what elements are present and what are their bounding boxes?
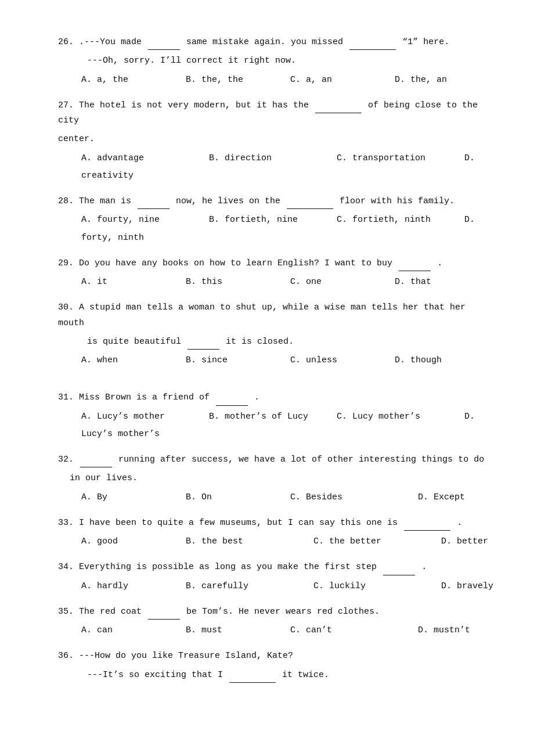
q31-options2: Lucy’s mother’s — [81, 427, 488, 442]
q30-blank — [187, 349, 219, 350]
q30-sub: is quite beautiful it is closed. — [87, 334, 488, 350]
question-33: 33. I have been to quite a few museums, … — [58, 516, 488, 550]
q34-text: 34. Everything is possible as long as yo… — [58, 560, 488, 575]
q33-option-b: B. the best — [186, 534, 313, 549]
q30-text: 30. A stupid man tells a woman to shut u… — [58, 300, 488, 331]
q33-option-d: D. better — [441, 534, 534, 549]
q27-option-a: A. advantage — [81, 151, 209, 166]
q31-text: 31. Miss Brown is a friend of . — [58, 390, 488, 405]
q28-blank1 — [138, 208, 169, 209]
q32-option-d: D. Except — [418, 490, 522, 505]
q33-option-a: A. good — [81, 534, 186, 549]
q34-blank — [383, 575, 415, 575]
q33-option-c: C. the better — [313, 534, 441, 549]
q32-blank — [80, 467, 112, 467]
q26-text: 26. .---You made same mistake again. you… — [58, 35, 488, 50]
q36-text: 36. ---How do you like Treasure Island, … — [58, 649, 488, 664]
q28-options: A. fourty, nine B. fortieth, nine C. for… — [81, 213, 488, 228]
q29-text: 29. Do you have any books on how to lear… — [58, 256, 488, 271]
q27-options2: creativity — [81, 168, 488, 183]
question-36: 36. ---How do you like Treasure Island, … — [58, 649, 488, 683]
q32-option-c: C. Besides — [290, 490, 418, 505]
q36-sub: ---It’s so exciting that I it twice. — [87, 668, 488, 683]
q34-options: A. hardly B. carefully C. luckily D. bra… — [81, 579, 488, 594]
question-35: 35. The red coat be Tom’s. He never wear… — [58, 604, 488, 639]
q33-options: A. good B. the best C. the better D. bet… — [81, 534, 488, 549]
q32-text: 32. running after success, we have a lot… — [58, 452, 488, 467]
q28-option-d: D. — [464, 213, 534, 228]
q26-sub: ---Oh, sorry. I’ll correct it right now. — [87, 53, 488, 69]
question-32: 32. running after success, we have a lot… — [58, 452, 488, 505]
q27-continuation: center. — [58, 132, 488, 147]
q27-options: A. advantage B. direction C. transportat… — [81, 151, 488, 166]
q35-option-b: B. must — [186, 623, 290, 638]
q34-option-b: B. carefully — [186, 579, 313, 594]
q35-blank — [148, 619, 180, 620]
q31-option-a: A. Lucy’s mother — [81, 409, 209, 424]
question-30: 30. A stupid man tells a woman to shut u… — [58, 300, 488, 368]
q26-option-c: C. a, an — [290, 73, 395, 88]
question-29: 29. Do you have any books on how to lear… — [58, 256, 488, 290]
q29-blank — [399, 271, 431, 271]
q29-option-d: D. that — [395, 275, 499, 290]
q31-options: A. Lucy’s mother B. mother’s of Lucy C. … — [81, 409, 488, 424]
q27-text: 27. The hotel is not very modern, but it… — [58, 98, 488, 129]
q31-option-d: D. — [464, 409, 534, 424]
q28-blank2 — [287, 208, 333, 209]
q33-blank — [404, 530, 450, 531]
question-26: 26. .---You made same mistake again. you… — [58, 35, 488, 88]
q30-option-b: B. since — [186, 353, 290, 368]
q35-option-c: C. can’t — [290, 623, 418, 638]
q27-option-c: C. transportation — [337, 151, 464, 166]
q31-blank — [216, 405, 248, 406]
q29-option-c: C. one — [290, 275, 395, 290]
q28-text: 28. The man is now, he lives on the floo… — [58, 194, 488, 209]
q29-option-a: A. it — [81, 275, 186, 290]
q31-lucys-mothers: Lucy’s mother’s — [81, 427, 160, 442]
q30-option-a: A. when — [81, 353, 186, 368]
q28-option-b: B. fortieth, nine — [209, 213, 337, 228]
q26-options: A. a, the B. the, the C. a, an D. the, a… — [81, 73, 488, 88]
q29-option-b: B. this — [186, 275, 290, 290]
q27-option-d: D. — [464, 151, 534, 166]
q26-blank1 — [148, 49, 180, 50]
q31-option-b: B. mother’s of Lucy — [209, 409, 337, 424]
q28-options2: forty, ninth — [81, 231, 488, 246]
q26-blank2 — [349, 49, 396, 50]
q28-option-c: C. fortieth, ninth — [337, 213, 464, 228]
question-31: 31. Miss Brown is a friend of . A. Lucy’… — [58, 390, 488, 442]
q34-option-d: D. bravely — [441, 579, 534, 594]
q30-options: A. when B. since C. unless D. though — [81, 353, 488, 368]
q29-options: A. it B. this C. one D. that — [81, 275, 488, 290]
q32-continuation: in our lives. — [70, 471, 488, 486]
q26-option-a: A. a, the — [81, 73, 186, 88]
q36-blank — [229, 682, 276, 683]
q28-fortyninth: forty, ninth — [81, 231, 144, 246]
q35-option-a: A. can — [81, 623, 186, 638]
q27-blank — [315, 113, 362, 113]
q32-option-a: A. By — [81, 490, 186, 505]
q33-text: 33. I have been to quite a few museums, … — [58, 516, 488, 531]
q35-text: 35. The red coat be Tom’s. He never wear… — [58, 604, 488, 620]
question-34: 34. Everything is possible as long as yo… — [58, 560, 488, 594]
q34-option-a: A. hardly — [81, 579, 186, 594]
q27-creativity: creativity — [81, 168, 134, 183]
q26-option-d: D. the, an — [395, 73, 499, 88]
q35-option-d: D. mustn’t — [418, 623, 522, 638]
q32-options: A. By B. On C. Besides D. Except — [81, 490, 488, 505]
question-27: 27. The hotel is not very modern, but it… — [58, 98, 488, 183]
question-28: 28. The man is now, he lives on the floo… — [58, 194, 488, 246]
q30-option-d: D. though — [395, 353, 499, 368]
q30-option-c: C. unless — [290, 353, 395, 368]
q35-options: A. can B. must C. can’t D. mustn’t — [81, 623, 488, 638]
q31-option-c: C. Lucy mother’s — [337, 409, 464, 424]
q27-option-b: B. direction — [209, 151, 337, 166]
q26-option-b: B. the, the — [186, 73, 290, 88]
q34-option-c: C. luckily — [313, 579, 441, 594]
q28-option-a: A. fourty, nine — [81, 213, 209, 228]
q32-option-b: B. On — [186, 490, 290, 505]
